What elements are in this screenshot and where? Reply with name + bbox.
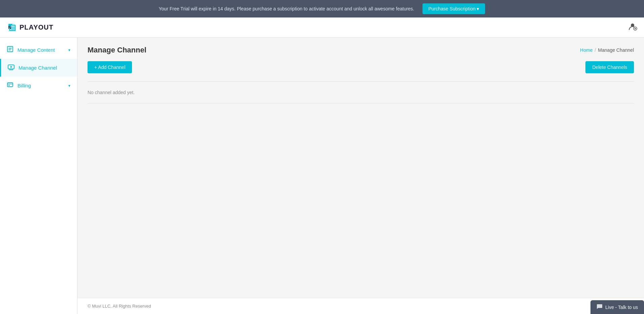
add-channel-button[interactable]: + Add Channel — [88, 61, 132, 73]
breadcrumb-row: Manage Channel Home / Manage Channel — [88, 46, 634, 54]
svg-marker-3 — [11, 26, 14, 30]
svg-rect-17 — [8, 85, 10, 86]
breadcrumb-separator: / — [595, 47, 596, 53]
billing-icon — [7, 81, 13, 90]
logo-text: PLAYOUT — [20, 24, 54, 31]
sidebar-item-billing[interactable]: Billing ▾ — [0, 77, 77, 94]
manage-channel-icon — [8, 64, 14, 72]
action-bar: + Add Channel Delete Channels — [88, 61, 634, 73]
breadcrumb-home-link[interactable]: Home — [580, 47, 592, 53]
live-chat-button[interactable]: Live - Talk to us — [590, 300, 644, 314]
delete-channels-button[interactable]: Delete Channels — [585, 61, 634, 73]
sidebar-item-manage-content-label: Manage Content — [18, 47, 55, 53]
svg-text:N: N — [8, 25, 11, 30]
breadcrumb-current: Manage Channel — [598, 47, 634, 53]
manage-content-icon — [7, 46, 13, 54]
breadcrumb: Home / Manage Channel — [580, 47, 634, 53]
sidebar-item-billing-label: Billing — [18, 83, 31, 88]
content-area: Manage Channel Home / Manage Channel + A… — [77, 38, 644, 314]
sidebar-item-manage-channel[interactable]: Manage Channel — [0, 59, 77, 77]
logo[interactable]: N PLAYOUT — [7, 22, 54, 33]
copyright-text: © Muvi LLC, All Rights Reserved — [88, 304, 151, 309]
live-chat-label: Live - Talk to us — [605, 305, 638, 310]
live-chat-icon — [597, 304, 603, 311]
sidebar-item-manage-channel-label: Manage Channel — [19, 65, 57, 71]
sidebar: Manage Content ▾ Manage Channel — [0, 38, 77, 314]
empty-state: No channel added yet. — [88, 81, 634, 104]
svg-marker-14 — [10, 66, 12, 68]
sidebar-item-manage-content[interactable]: Manage Content ▾ — [0, 41, 77, 59]
footer: © Muvi LLC, All Rights Reserved — [77, 298, 644, 314]
page-title: Manage Channel — [88, 46, 146, 54]
trial-banner: Your Free Trial will expire in 14 days. … — [0, 0, 644, 17]
billing-chevron-icon: ▾ — [68, 83, 70, 88]
manage-content-chevron-icon: ▾ — [68, 48, 70, 52]
navbar: N PLAYOUT — [0, 17, 644, 38]
svg-rect-15 — [7, 83, 13, 87]
content-inner: Manage Channel Home / Manage Channel + A… — [77, 38, 644, 298]
user-account-icon[interactable] — [628, 22, 637, 33]
banner-message: Your Free Trial will expire in 14 days. … — [159, 6, 414, 11]
purchase-subscription-button[interactable]: Purchase Subscription ▾ — [422, 3, 485, 14]
playout-logo-icon: N — [7, 22, 18, 33]
main-layout: Manage Content ▾ Manage Channel — [0, 38, 644, 314]
empty-message: No channel added yet. — [88, 90, 135, 95]
